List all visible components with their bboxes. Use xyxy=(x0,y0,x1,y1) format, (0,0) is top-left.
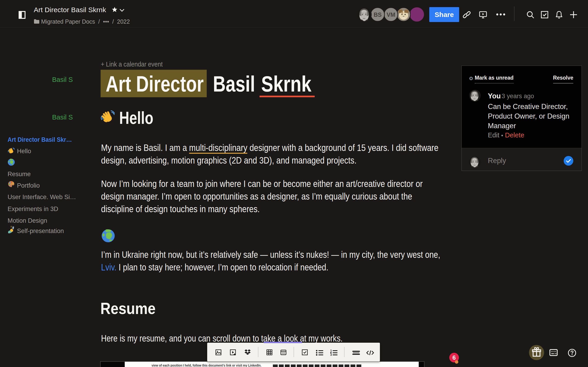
svg-text:3: 3 xyxy=(330,353,332,357)
svg-text:BS: BS xyxy=(374,11,382,18)
svg-text:VM: VM xyxy=(387,11,395,18)
svg-text:1: 1 xyxy=(330,349,332,352)
svg-text:6: 6 xyxy=(452,354,456,361)
